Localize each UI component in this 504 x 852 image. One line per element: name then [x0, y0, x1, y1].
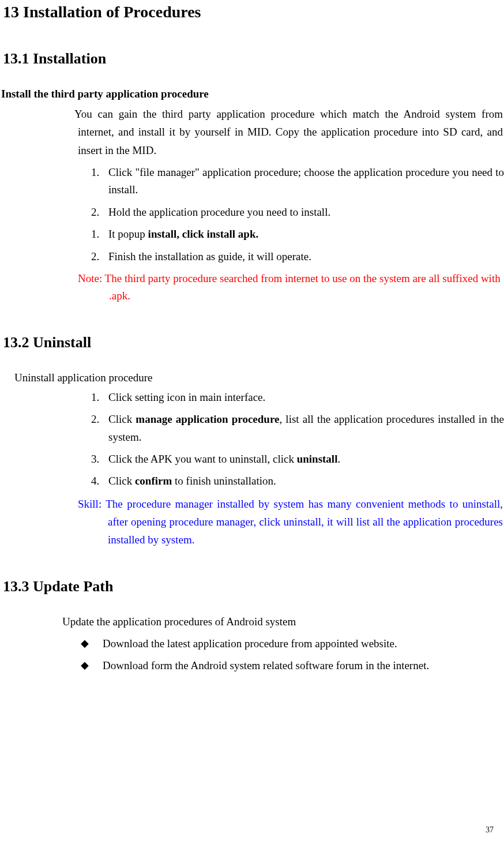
- section-heading-installation: 13.1 Installation: [3, 50, 504, 67]
- step-number: 4.: [91, 472, 99, 490]
- step-bold: install, click install apk.: [148, 228, 259, 240]
- page-title: 13 Installation of Procedures: [0, 0, 504, 21]
- install-intro: You can gain the third party application…: [78, 105, 503, 159]
- update-intro: Update the application procedures of And…: [62, 615, 504, 628]
- list-item: 3.Click the APK you want to uninstall, c…: [91, 451, 504, 468]
- step-number: 1.: [91, 164, 99, 181]
- list-item: 2.Finish the installation as guide, it w…: [91, 248, 504, 265]
- update-bullets: ◆Download the latest application procedu…: [0, 635, 504, 675]
- step-number: 3.: [91, 451, 99, 468]
- step-number: 2.: [91, 411, 99, 428]
- step-text: Finish the installation as guide, it wil…: [108, 250, 311, 262]
- uninstall-skill: Skill: The procedure manager installed b…: [78, 495, 503, 549]
- step-text: Click "file manager" application procedu…: [108, 166, 504, 196]
- step-text: Click: [108, 475, 135, 487]
- list-item: 2.Click manage application procedure, li…: [91, 411, 504, 446]
- bullet-text: Download the latest application procedur…: [103, 637, 397, 650]
- step-text-after: .: [337, 453, 340, 465]
- list-item: 1.It popup install, click install apk.: [91, 226, 504, 243]
- step-text: Click setting icon in main interface.: [108, 391, 265, 403]
- step-number: 2.: [91, 248, 99, 265]
- install-note: Note: The third party procedure searched…: [78, 270, 503, 305]
- uninstall-intro: Uninstall application procedure: [14, 371, 504, 384]
- step-text: Click the APK you want to uninstall, cli…: [108, 453, 297, 465]
- section-heading-uninstall: 13.2 Uninstall: [3, 334, 504, 351]
- list-item: 1.Click "file manager" application proce…: [91, 164, 504, 199]
- step-bold: uninstall: [297, 453, 338, 465]
- step-number: 1.: [91, 389, 99, 406]
- list-item: ◆Download form the Android system relate…: [81, 657, 504, 674]
- page-number: 37: [486, 825, 494, 835]
- step-number: 2.: [91, 204, 99, 221]
- install-steps: 1.Click "file manager" application proce…: [0, 164, 504, 265]
- list-item: 4.Click confirm to finish uninstallation…: [91, 472, 504, 490]
- step-text: It popup: [108, 228, 148, 240]
- step-text: Hold the application procedure you need …: [108, 206, 330, 218]
- diamond-icon: ◆: [81, 657, 89, 674]
- bullet-text: Download form the Android system related…: [103, 659, 429, 671]
- list-item: 1.Click setting icon in main interface.: [91, 389, 504, 406]
- diamond-icon: ◆: [81, 635, 89, 652]
- step-bold: confirm: [135, 475, 172, 487]
- list-item: 2.Hold the application procedure you nee…: [91, 204, 504, 221]
- uninstall-steps: 1.Click setting icon in main interface. …: [0, 389, 504, 490]
- step-text-after: to finish uninstallation.: [172, 475, 276, 487]
- step-text: Click: [108, 413, 136, 425]
- list-item: ◆Download the latest application procedu…: [81, 635, 504, 652]
- section-heading-update: 13.3 Update Path: [3, 578, 504, 595]
- step-number: 1.: [91, 226, 99, 243]
- install-subtitle: Install the third party application proc…: [1, 88, 504, 100]
- step-bold: manage application procedure: [136, 413, 279, 425]
